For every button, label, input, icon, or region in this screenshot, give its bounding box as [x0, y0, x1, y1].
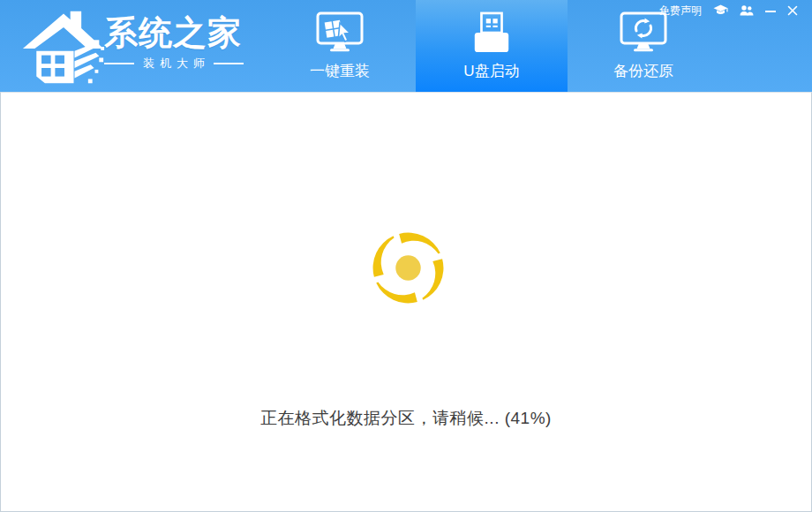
tab-one-key-reinstall[interactable]: 一键重装 [264, 0, 416, 92]
tab-label: 一键重装 [310, 61, 370, 81]
brand-name: 系统之家 [104, 12, 244, 53]
monitor-reinstall-icon [315, 11, 365, 54]
app-header: 系统之家 装机大师 [0, 0, 812, 92]
tab-label: 备份还原 [613, 61, 673, 81]
usb-drive-icon [472, 11, 511, 54]
loading-spinner-icon [367, 227, 449, 309]
window-topbar: 免费声明 [659, 4, 798, 18]
subtitle-dash-left [104, 63, 134, 64]
subtitle-dash-right [214, 63, 244, 64]
main-nav-tabs: 一键重装 U盘启动 [264, 0, 719, 92]
main-content-panel: 正在格式化数据分区，请稍候... (41%) [0, 92, 812, 512]
minimize-button[interactable] [765, 6, 776, 15]
graduation-cap-icon[interactable] [713, 4, 728, 17]
tab-label: U盘启动 [463, 61, 519, 81]
brand-subtitle-row: 装机大师 [104, 56, 244, 72]
free-disclaimer-link[interactable]: 免费声明 [659, 4, 702, 19]
pixel-house-logo-icon [21, 4, 106, 89]
brand: 系统之家 装机大师 [104, 12, 244, 72]
close-button[interactable] [787, 5, 798, 16]
tab-usb-boot[interactable]: U盘启动 [416, 0, 568, 92]
brand-subtitle: 装机大师 [134, 56, 214, 72]
users-icon[interactable] [740, 5, 754, 16]
progress-status-text: 正在格式化数据分区，请稍候... (41%) [1, 407, 811, 430]
